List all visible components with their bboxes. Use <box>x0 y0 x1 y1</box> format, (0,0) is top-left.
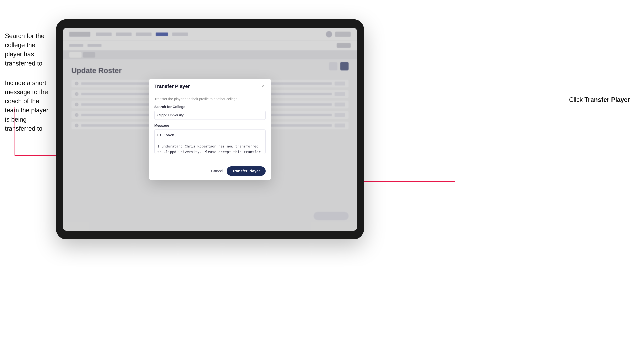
transfer-player-modal[interactable]: Transfer Player × Transfer the player an… <box>149 79 271 180</box>
modal-close-button[interactable]: × <box>260 84 266 89</box>
message-textarea[interactable]: Hi Coach, I understand Chris Robertson h… <box>154 129 266 154</box>
search-college-input[interactable] <box>154 111 266 120</box>
message-label: Message <box>154 124 266 128</box>
annotation-message-text: Include a short message to the coach of … <box>5 78 54 133</box>
modal-overlay: Transfer Player × Transfer the player an… <box>63 28 357 231</box>
search-college-label: Search for College <box>154 105 266 109</box>
transfer-player-button[interactable]: Transfer Player <box>226 166 266 176</box>
annotation-search-text: Search for the college the player has tr… <box>5 31 54 68</box>
modal-subtitle: Transfer the player and their profile to… <box>154 97 266 101</box>
modal-footer: Cancel Transfer Player <box>149 164 271 180</box>
annotation-left: Search for the college the player has tr… <box>5 31 54 133</box>
modal-header: Transfer Player × <box>149 79 271 93</box>
tablet-device: Update Roster <box>56 19 364 239</box>
annotation-right: Click Transfer Player <box>569 96 630 103</box>
cancel-button[interactable]: Cancel <box>211 169 223 173</box>
modal-body: Transfer the player and their profile to… <box>149 93 271 164</box>
tablet-screen: Update Roster <box>63 28 357 231</box>
modal-title: Transfer Player <box>154 84 190 89</box>
